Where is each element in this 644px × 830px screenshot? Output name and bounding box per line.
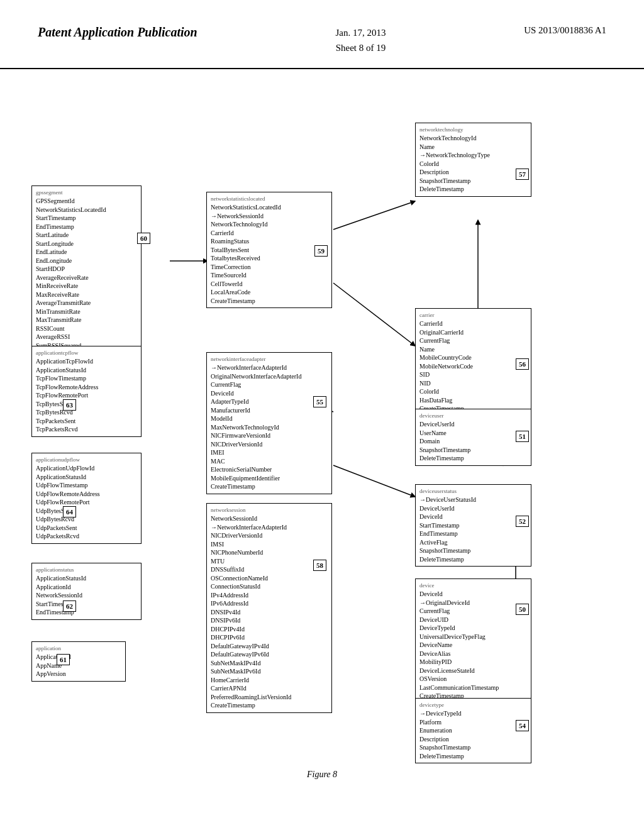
badge-52: 52 — [516, 516, 529, 527]
applicationstatus-entity: applicationstatus ApplicationStatusId Ap… — [31, 563, 142, 620]
networkstatisticslocated-title: networkstatisticslocated — [211, 195, 328, 202]
deviceuser-entity: deviceuser DeviceUserId UserName Domain … — [415, 409, 531, 466]
badge-51: 51 — [516, 431, 529, 442]
header-info: Jan. 17, 2013 Sheet 8 of 19 — [335, 25, 386, 55]
carrier-title: carrier — [419, 311, 527, 319]
devicetype-title: devicetype — [419, 701, 527, 709]
networksession-entity: networksession NetworkSessionId →Network… — [206, 503, 332, 713]
networkstatisticslocated-entity: networkstatisticslocated NetworkStatisti… — [206, 192, 332, 308]
applicationudpflow-entity: applicationudpflow ApplicationUdpFlowId … — [31, 453, 142, 544]
badge-63: 63 — [63, 399, 76, 411]
badge-55: 55 — [313, 396, 326, 407]
application-entity: application ApplicationId AppName AppVer… — [31, 641, 126, 682]
badge-58: 58 — [313, 560, 326, 571]
deviceuserstatus-title: deviceuserstatus — [419, 487, 527, 495]
badge-54: 54 — [516, 720, 529, 731]
applicationudpflow-title: applicationudpflow — [36, 456, 137, 463]
page-header: Patent Application Publication Jan. 17, … — [0, 0, 644, 69]
applicationstatus-title: applicationstatus — [36, 566, 137, 573]
svg-line-2 — [333, 283, 415, 346]
badge-64: 64 — [63, 506, 76, 517]
devicetype-entity: devicetype →DeviceTypeId Platform Enumer… — [415, 698, 531, 763]
device-entity: device DeviceId →OriginalDeviceId Curren… — [415, 578, 531, 704]
sheet-info: Sheet 8 of 19 — [336, 43, 386, 53]
pub-date: Jan. 17, 2013 — [335, 28, 386, 38]
badge-57: 57 — [516, 169, 529, 180]
svg-line-1 — [333, 201, 415, 230]
device-title: device — [419, 582, 527, 589]
badge-60: 60 — [137, 233, 150, 244]
deviceuserstatus-entity: deviceuserstatus →DeviceUserStatusId Dev… — [415, 484, 531, 567]
networktechnology-title: networktechnology — [419, 126, 527, 133]
networksession-title: networksession — [211, 506, 328, 514]
badge-50: 50 — [516, 604, 529, 615]
application-title: application — [36, 645, 121, 652]
badge-62: 62 — [63, 600, 76, 612]
gpssegment-entity: gpssegment GPSSegmentId NetworkStatistic… — [31, 185, 142, 370]
diagram-area: gpssegment GPSSegmentId NetworkStatistic… — [0, 75, 644, 792]
carrier-entity: carrier CarrierId OriginalCarrierId Curr… — [415, 308, 531, 416]
svg-line-4 — [333, 465, 415, 497]
badge-61: 61 — [57, 654, 70, 665]
badge-59: 59 — [314, 245, 328, 257]
patent-number: US 2013/0018836 A1 — [524, 25, 606, 36]
publication-title: Patent Application Publication — [38, 25, 197, 40]
applicationtcpflow-entity: applicationtcpflow ApplicationTcpFlowId … — [31, 346, 142, 437]
applicationtcpflow-title: applicationtcpflow — [36, 349, 137, 357]
deviceuser-title: deviceuser — [419, 412, 527, 419]
figure-label: Figure 8 — [307, 770, 337, 780]
networkinterfaceadapter-title: networkinterfaceadapter — [211, 355, 328, 363]
networkinterfaceadapter-entity: networkinterfaceadapter →NetworkInterfac… — [206, 352, 332, 494]
gpssegment-title: gpssegment — [36, 189, 137, 196]
networktechnology-entity: networktechnology NetworkTechnologyId Na… — [415, 123, 531, 197]
badge-56: 56 — [516, 358, 529, 370]
